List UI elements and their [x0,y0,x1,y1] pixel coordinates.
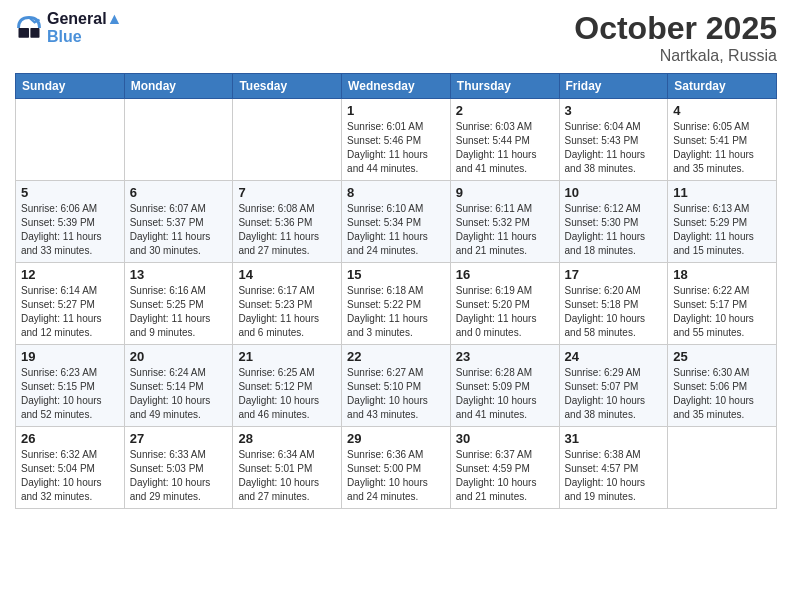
week-row-2: 5Sunrise: 6:06 AM Sunset: 5:39 PM Daylig… [16,181,777,263]
day-info: Sunrise: 6:01 AM Sunset: 5:46 PM Dayligh… [347,120,445,176]
day-cell [668,427,777,509]
day-info: Sunrise: 6:33 AM Sunset: 5:03 PM Dayligh… [130,448,228,504]
day-number: 16 [456,267,554,282]
day-number: 4 [673,103,771,118]
day-number: 22 [347,349,445,364]
day-info: Sunrise: 6:38 AM Sunset: 4:57 PM Dayligh… [565,448,663,504]
day-info: Sunrise: 6:23 AM Sunset: 5:15 PM Dayligh… [21,366,119,422]
day-info: Sunrise: 6:08 AM Sunset: 5:36 PM Dayligh… [238,202,336,258]
day-cell: 8Sunrise: 6:10 AM Sunset: 5:34 PM Daylig… [342,181,451,263]
day-cell: 30Sunrise: 6:37 AM Sunset: 4:59 PM Dayli… [450,427,559,509]
calendar-table: Sunday Monday Tuesday Wednesday Thursday… [15,73,777,509]
day-cell: 23Sunrise: 6:28 AM Sunset: 5:09 PM Dayli… [450,345,559,427]
day-info: Sunrise: 6:32 AM Sunset: 5:04 PM Dayligh… [21,448,119,504]
day-cell: 10Sunrise: 6:12 AM Sunset: 5:30 PM Dayli… [559,181,668,263]
day-number: 31 [565,431,663,446]
day-number: 14 [238,267,336,282]
day-number: 3 [565,103,663,118]
day-number: 25 [673,349,771,364]
day-cell: 29Sunrise: 6:36 AM Sunset: 5:00 PM Dayli… [342,427,451,509]
day-number: 5 [21,185,119,200]
day-info: Sunrise: 6:30 AM Sunset: 5:06 PM Dayligh… [673,366,771,422]
day-info: Sunrise: 6:11 AM Sunset: 5:32 PM Dayligh… [456,202,554,258]
col-tuesday: Tuesday [233,74,342,99]
day-number: 26 [21,431,119,446]
day-info: Sunrise: 6:36 AM Sunset: 5:00 PM Dayligh… [347,448,445,504]
day-info: Sunrise: 6:05 AM Sunset: 5:41 PM Dayligh… [673,120,771,176]
day-info: Sunrise: 6:12 AM Sunset: 5:30 PM Dayligh… [565,202,663,258]
day-number: 18 [673,267,771,282]
day-cell: 20Sunrise: 6:24 AM Sunset: 5:14 PM Dayli… [124,345,233,427]
day-info: Sunrise: 6:34 AM Sunset: 5:01 PM Dayligh… [238,448,336,504]
day-info: Sunrise: 6:17 AM Sunset: 5:23 PM Dayligh… [238,284,336,340]
col-sunday: Sunday [16,74,125,99]
day-info: Sunrise: 6:28 AM Sunset: 5:09 PM Dayligh… [456,366,554,422]
day-info: Sunrise: 6:24 AM Sunset: 5:14 PM Dayligh… [130,366,228,422]
page: General▲ Blue October 2025 Nartkala, Rus… [0,0,792,519]
day-number: 24 [565,349,663,364]
header: General▲ Blue October 2025 Nartkala, Rus… [15,10,777,65]
logo: General▲ Blue [15,10,122,46]
day-cell: 1Sunrise: 6:01 AM Sunset: 5:46 PM Daylig… [342,99,451,181]
day-cell: 15Sunrise: 6:18 AM Sunset: 5:22 PM Dayli… [342,263,451,345]
day-number: 2 [456,103,554,118]
day-cell: 31Sunrise: 6:38 AM Sunset: 4:57 PM Dayli… [559,427,668,509]
day-cell: 13Sunrise: 6:16 AM Sunset: 5:25 PM Dayli… [124,263,233,345]
col-friday: Friday [559,74,668,99]
day-number: 27 [130,431,228,446]
day-cell: 21Sunrise: 6:25 AM Sunset: 5:12 PM Dayli… [233,345,342,427]
svg-rect-1 [30,28,39,38]
day-number: 7 [238,185,336,200]
day-cell: 27Sunrise: 6:33 AM Sunset: 5:03 PM Dayli… [124,427,233,509]
day-info: Sunrise: 6:04 AM Sunset: 5:43 PM Dayligh… [565,120,663,176]
header-row: Sunday Monday Tuesday Wednesday Thursday… [16,74,777,99]
day-cell: 3Sunrise: 6:04 AM Sunset: 5:43 PM Daylig… [559,99,668,181]
day-info: Sunrise: 6:27 AM Sunset: 5:10 PM Dayligh… [347,366,445,422]
day-cell: 6Sunrise: 6:07 AM Sunset: 5:37 PM Daylig… [124,181,233,263]
day-number: 8 [347,185,445,200]
day-cell: 19Sunrise: 6:23 AM Sunset: 5:15 PM Dayli… [16,345,125,427]
day-cell: 24Sunrise: 6:29 AM Sunset: 5:07 PM Dayli… [559,345,668,427]
week-row-5: 26Sunrise: 6:32 AM Sunset: 5:04 PM Dayli… [16,427,777,509]
day-cell: 7Sunrise: 6:08 AM Sunset: 5:36 PM Daylig… [233,181,342,263]
day-info: Sunrise: 6:22 AM Sunset: 5:17 PM Dayligh… [673,284,771,340]
col-saturday: Saturday [668,74,777,99]
day-cell: 4Sunrise: 6:05 AM Sunset: 5:41 PM Daylig… [668,99,777,181]
day-cell: 16Sunrise: 6:19 AM Sunset: 5:20 PM Dayli… [450,263,559,345]
title-area: October 2025 Nartkala, Russia [574,10,777,65]
day-cell: 2Sunrise: 6:03 AM Sunset: 5:44 PM Daylig… [450,99,559,181]
day-cell: 26Sunrise: 6:32 AM Sunset: 5:04 PM Dayli… [16,427,125,509]
day-cell: 22Sunrise: 6:27 AM Sunset: 5:10 PM Dayli… [342,345,451,427]
day-cell: 18Sunrise: 6:22 AM Sunset: 5:17 PM Dayli… [668,263,777,345]
day-cell [16,99,125,181]
day-info: Sunrise: 6:07 AM Sunset: 5:37 PM Dayligh… [130,202,228,258]
month-title: October 2025 [574,10,777,47]
day-info: Sunrise: 6:37 AM Sunset: 4:59 PM Dayligh… [456,448,554,504]
logo-icon [15,14,43,42]
day-number: 28 [238,431,336,446]
day-info: Sunrise: 6:18 AM Sunset: 5:22 PM Dayligh… [347,284,445,340]
day-number: 20 [130,349,228,364]
day-cell: 14Sunrise: 6:17 AM Sunset: 5:23 PM Dayli… [233,263,342,345]
location: Nartkala, Russia [574,47,777,65]
svg-rect-0 [19,28,30,38]
day-info: Sunrise: 6:06 AM Sunset: 5:39 PM Dayligh… [21,202,119,258]
day-number: 17 [565,267,663,282]
day-number: 12 [21,267,119,282]
day-info: Sunrise: 6:03 AM Sunset: 5:44 PM Dayligh… [456,120,554,176]
day-number: 21 [238,349,336,364]
day-cell: 5Sunrise: 6:06 AM Sunset: 5:39 PM Daylig… [16,181,125,263]
day-number: 29 [347,431,445,446]
day-cell: 9Sunrise: 6:11 AM Sunset: 5:32 PM Daylig… [450,181,559,263]
day-cell: 12Sunrise: 6:14 AM Sunset: 5:27 PM Dayli… [16,263,125,345]
day-number: 10 [565,185,663,200]
day-info: Sunrise: 6:14 AM Sunset: 5:27 PM Dayligh… [21,284,119,340]
day-info: Sunrise: 6:16 AM Sunset: 5:25 PM Dayligh… [130,284,228,340]
day-cell: 11Sunrise: 6:13 AM Sunset: 5:29 PM Dayli… [668,181,777,263]
col-monday: Monday [124,74,233,99]
day-info: Sunrise: 6:13 AM Sunset: 5:29 PM Dayligh… [673,202,771,258]
week-row-3: 12Sunrise: 6:14 AM Sunset: 5:27 PM Dayli… [16,263,777,345]
day-info: Sunrise: 6:20 AM Sunset: 5:18 PM Dayligh… [565,284,663,340]
day-info: Sunrise: 6:10 AM Sunset: 5:34 PM Dayligh… [347,202,445,258]
day-info: Sunrise: 6:29 AM Sunset: 5:07 PM Dayligh… [565,366,663,422]
